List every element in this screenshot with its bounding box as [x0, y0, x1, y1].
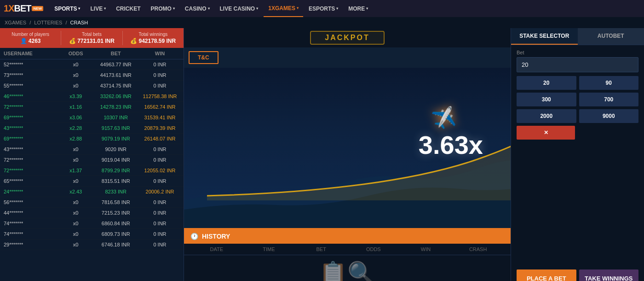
- td-username: 74*******: [4, 221, 60, 226]
- td-win: 0 INR: [140, 231, 180, 237]
- td-odds: x0: [60, 199, 92, 205]
- td-odds: x0: [60, 242, 92, 247]
- nav-cricket[interactable]: CRICKET: [111, 0, 145, 17]
- td-username: 44*******: [4, 210, 60, 216]
- hth-crash: CRASH: [452, 246, 504, 252]
- breadcrumb-current: CRASH: [70, 20, 88, 25]
- td-win: 31539.41 INR: [140, 115, 180, 120]
- td-bet: 44173.61 INR: [92, 72, 140, 78]
- table-header: USERNAME ODDS BET WIN: [0, 48, 184, 59]
- history-table-header: DATE TIME BET ODDS WIN CRASH: [184, 244, 511, 255]
- jackpot-box: JACKPOT: [310, 31, 384, 45]
- td-username: 55*******: [4, 83, 60, 88]
- td-bet: 9019.04 INR: [92, 157, 140, 163]
- quick-btn-20[interactable]: 20: [517, 76, 576, 90]
- td-odds: x0: [60, 221, 92, 226]
- take-winnings-button[interactable]: TAKE WINNINGS: [579, 269, 639, 281]
- stat-players: Number of players 👤 4263: [0, 31, 61, 45]
- td-bet: 14278.23 INR: [92, 104, 140, 110]
- nav-more[interactable]: MORE ▾: [344, 0, 373, 17]
- td-odds: x3.39: [60, 94, 92, 99]
- tab-autobet[interactable]: AUTOBET: [578, 28, 644, 45]
- td-win: 0 INR: [140, 221, 180, 226]
- table-row: 43******* x2.28 9157.63 INR 20879.39 INR: [0, 123, 184, 134]
- stat-winnings: Total winnings 💰 942178.59 INR: [123, 31, 184, 45]
- hth-time: TIME: [243, 246, 295, 252]
- quick-btn-90[interactable]: 90: [579, 76, 639, 90]
- td-odds: x2.88: [60, 136, 92, 141]
- hth-odds: ODDS: [347, 246, 400, 252]
- tc-bar: T&C: [184, 47, 511, 68]
- main-layout: Number of players 👤 4263 Total bets 💰 77…: [0, 28, 644, 281]
- nav-casino[interactable]: CASINO ▾: [180, 0, 214, 17]
- td-username: 69*******: [4, 136, 60, 141]
- table-row: 69******* x2.88 9079.19 INR 26148.07 INR: [0, 134, 184, 144]
- table-row: 46******* x3.39 33262.06 INR 112758.38 I…: [0, 91, 184, 102]
- new-badge: NEW: [32, 6, 43, 11]
- quick-btn-9000[interactable]: 9000: [579, 109, 639, 123]
- nav-live-casino[interactable]: LIVE CASINO ▾: [215, 0, 263, 17]
- tc-button[interactable]: T&C: [189, 51, 218, 64]
- td-username: 72*******: [4, 104, 60, 110]
- table-row: 73******* x0 44173.61 INR 0 INR: [0, 70, 184, 81]
- bet-label: Bet: [517, 50, 638, 55]
- tab-stake-selector[interactable]: STAKE SELECTOR: [511, 28, 578, 45]
- td-win: 0 INR: [140, 242, 180, 247]
- nav-1xgames[interactable]: 1XGAMES ▾: [264, 0, 303, 17]
- game-area: ✈️ 3.63x: [184, 68, 511, 228]
- breadcrumb: XGAMES / LOTTERIES / CRASH: [0, 17, 644, 28]
- td-odds: x1.37: [60, 168, 92, 173]
- table-row: 43******* x0 9020 INR 0 INR: [0, 144, 184, 155]
- td-odds: x1.16: [60, 104, 92, 110]
- quick-btn-300[interactable]: 300: [517, 93, 576, 106]
- td-bet: 7816.58 INR: [92, 199, 140, 205]
- navbar: 1XBET NEW SPORTS ▾ LIVE ▾ CRICKET PROMO …: [0, 0, 644, 17]
- td-win: 0 INR: [140, 178, 180, 184]
- right-panel: STAKE SELECTOR AUTOBET Bet 20 90 300 700…: [511, 28, 644, 281]
- breadcrumb-xgames[interactable]: XGAMES: [5, 20, 26, 25]
- history-empty: 📋🔍: [184, 255, 511, 281]
- td-odds: x0: [60, 157, 92, 163]
- td-bet: 9157.63 INR: [92, 125, 140, 131]
- td-win: 0 INR: [140, 72, 180, 78]
- table-body: 52******* x0 44963.77 INR 0 INR 73******…: [0, 59, 184, 281]
- logo[interactable]: 1XBET NEW: [4, 3, 43, 14]
- bet-input[interactable]: [517, 57, 638, 72]
- history-header: 🕐 HISTORY: [184, 229, 511, 244]
- nav-promo[interactable]: PROMO ▾: [146, 0, 179, 17]
- td-bet: 10307 INR: [92, 115, 140, 120]
- td-win: 0 INR: [140, 199, 180, 205]
- td-odds: x0: [60, 62, 92, 67]
- td-odds: x2.28: [60, 125, 92, 131]
- td-win: 0 INR: [140, 157, 180, 163]
- breadcrumb-lotteries[interactable]: LOTTERIES: [34, 20, 62, 25]
- td-bet: 9020 INR: [92, 146, 140, 152]
- td-username: 43*******: [4, 146, 60, 152]
- place-bet-button[interactable]: PLACE A BET: [517, 269, 576, 281]
- nav-esports[interactable]: ESPORTS ▾: [304, 0, 343, 17]
- td-win: 0 INR: [140, 210, 180, 216]
- jackpot-text: JACKPOT: [325, 34, 369, 41]
- td-username: 73*******: [4, 72, 60, 78]
- td-username: 69*******: [4, 115, 60, 120]
- td-bet: 7215.23 INR: [92, 210, 140, 216]
- td-bet: 6809.73 INR: [92, 231, 140, 237]
- td-bet: 8233 INR: [92, 189, 140, 194]
- clear-btn[interactable]: ✕: [517, 126, 575, 140]
- quick-btn-2000[interactable]: 2000: [517, 109, 576, 123]
- center-panel: JACKPOT T&C ✈️ 3.63x 🕐: [184, 28, 511, 281]
- td-username: 74*******: [4, 231, 60, 237]
- td-username: 46*******: [4, 94, 60, 99]
- nav-live[interactable]: LIVE ▾: [86, 0, 110, 17]
- td-bet: 33262.06 INR: [92, 94, 140, 99]
- jackpot-bar: JACKPOT: [184, 28, 511, 47]
- table-row: 74******* x0 6860.84 INR 0 INR: [0, 218, 184, 229]
- action-btns: PLACE A BET TAKE WINNINGS: [511, 265, 644, 281]
- th-bet: BET: [92, 51, 140, 56]
- nav-sports[interactable]: SPORTS ▾: [50, 0, 85, 17]
- hth-win: WIN: [400, 246, 452, 252]
- table-row: 72******* x1.37 8799.29 INR 12055.02 INR: [0, 165, 184, 176]
- quick-btn-700[interactable]: 700: [579, 93, 639, 106]
- td-odds: x0: [60, 210, 92, 216]
- td-username: 65*******: [4, 178, 60, 184]
